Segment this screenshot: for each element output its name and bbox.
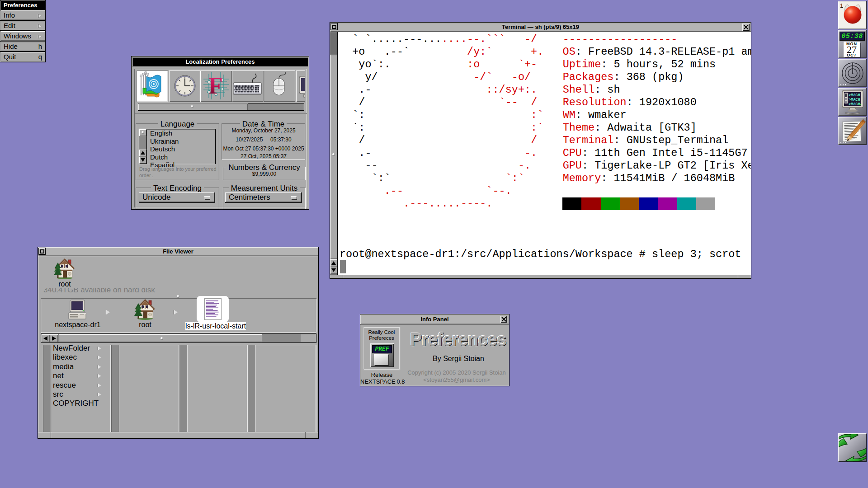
svg-text:>MACH: >MACH: [849, 98, 860, 102]
svg-text:>MACH: >MACH: [849, 93, 860, 98]
svg-text:>MACH: >MACH: [849, 102, 860, 107]
